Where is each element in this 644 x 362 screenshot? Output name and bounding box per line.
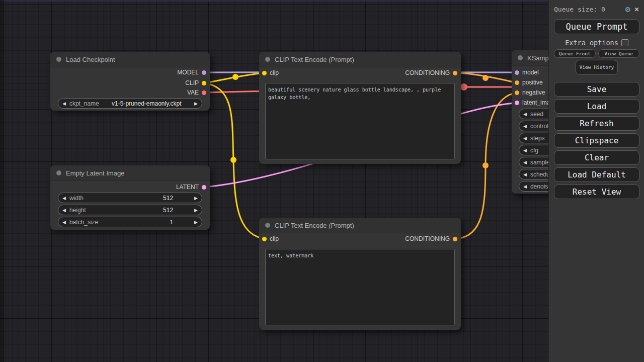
vae-port-icon[interactable] — [202, 90, 206, 95]
settings-gear-icon[interactable]: ⚙ — [625, 5, 630, 14]
height-widget[interactable]: ◀ height 512 ▶ — [58, 205, 202, 215]
node-title-bar[interactable]: CLIP Text Encode (Prompt) — [259, 52, 461, 67]
ckpt-name-widget[interactable]: ◀ ckpt_name v1-5-pruned-emaonly.ckpt ▶ — [58, 98, 202, 109]
queue-prompt-button[interactable]: Queue Prompt — [554, 19, 639, 34]
output-slot-model[interactable]: MODEL — [177, 69, 206, 76]
output-slot-latent[interactable]: LATENT — [176, 184, 206, 191]
output-slot-conditioning[interactable]: CONDITIONING — [405, 69, 457, 76]
widget-label: seed — [530, 111, 543, 118]
canvas-left-edge — [0, 0, 4, 362]
left-arrow-icon[interactable]: ◀ — [523, 184, 527, 189]
collapse-dot-icon[interactable] — [518, 55, 523, 60]
right-arrow-icon[interactable]: ▶ — [194, 208, 198, 213]
collapse-dot-icon[interactable] — [265, 223, 270, 228]
right-arrow-icon[interactable]: ▶ — [194, 196, 198, 201]
batch-size-widget[interactable]: ◀ batch_size 1 ▶ — [58, 217, 202, 227]
menu-header: Queue size: 0 ⚙ ✕ — [549, 0, 644, 14]
comfyui-app: Load Checkpoint MODEL CLIP VAE ◀ ckpt_na… — [0, 0, 644, 362]
slot-label: positive — [522, 79, 543, 86]
canvas-top-edge — [0, 0, 644, 2]
slot-label: VAE — [187, 89, 199, 96]
input-slot-clip[interactable]: clip — [262, 235, 279, 242]
left-arrow-icon[interactable]: ◀ — [523, 124, 527, 129]
extra-options-label: Extra options — [565, 39, 618, 47]
input-slot-positive[interactable]: positive — [515, 79, 543, 86]
main-menu-panel: Queue size: 0 ⚙ ✕ Queue Prompt Extra opt… — [548, 0, 644, 362]
clip-port-icon[interactable] — [202, 81, 206, 85]
load-button[interactable]: Load — [554, 99, 639, 114]
slot-label: negative — [522, 89, 545, 96]
conditioning-port-icon[interactable] — [453, 237, 457, 241]
input-slot-negative[interactable]: negative — [515, 89, 545, 96]
widget-label: width — [69, 195, 84, 202]
input-slot-clip[interactable]: clip — [262, 69, 279, 76]
queue-controls-row: Queue Front View Queue — [554, 49, 639, 58]
right-arrow-icon[interactable]: ▶ — [194, 101, 198, 106]
refresh-button[interactable]: Refresh — [554, 116, 639, 131]
left-arrow-icon[interactable]: ◀ — [62, 101, 66, 106]
left-arrow-icon[interactable]: ◀ — [523, 148, 527, 153]
node-clip-text-encode-negative[interactable]: CLIP Text Encode (Prompt) clip CONDITION… — [259, 218, 461, 330]
prompt-textarea[interactable]: text, watermark — [265, 249, 455, 325]
left-arrow-icon[interactable]: ◀ — [62, 208, 66, 213]
node-load-checkpoint[interactable]: Load Checkpoint MODEL CLIP VAE ◀ ckpt_na… — [50, 52, 210, 111]
widget-label: height — [69, 207, 86, 214]
model-port-icon[interactable] — [202, 70, 206, 75]
output-slot-clip[interactable]: CLIP — [185, 79, 206, 86]
conditioning-port-icon[interactable] — [515, 80, 519, 85]
slot-label: CONDITIONING — [405, 235, 450, 242]
node-title: Empty Latent Image — [66, 169, 124, 177]
node-title-bar[interactable]: Load Checkpoint — [50, 52, 210, 67]
clear-button[interactable]: Clear — [554, 150, 639, 165]
slot-label: CLIP — [185, 79, 199, 86]
widget-value: 512 — [163, 195, 173, 202]
slot-label: LATENT — [176, 184, 199, 191]
collapse-dot-icon[interactable] — [56, 170, 61, 175]
conditioning-port-icon[interactable] — [453, 71, 457, 75]
clip-port-icon[interactable] — [262, 237, 267, 241]
slot-label: CONDITIONING — [405, 69, 450, 76]
left-arrow-icon[interactable]: ◀ — [523, 160, 527, 165]
queue-size-label: Queue size: 0 — [554, 6, 605, 13]
node-title: CLIP Text Encode (Prompt) — [275, 222, 354, 229]
widget-value: v1-5-pruned-emaonly.ckpt — [112, 100, 182, 107]
left-arrow-icon[interactable]: ◀ — [523, 172, 527, 177]
reset-view-button[interactable]: Reset View — [554, 185, 639, 199]
close-icon[interactable]: ✕ — [634, 6, 639, 13]
left-arrow-icon[interactable]: ◀ — [523, 112, 527, 117]
node-clip-text-encode-positive[interactable]: CLIP Text Encode (Prompt) clip CONDITION… — [259, 52, 461, 164]
left-arrow-icon[interactable]: ◀ — [523, 136, 527, 141]
save-button[interactable]: Save — [554, 82, 639, 97]
latent-port-icon[interactable] — [515, 101, 519, 105]
clipspace-button[interactable]: Clipspace — [554, 133, 639, 148]
right-arrow-icon[interactable]: ▶ — [194, 220, 198, 225]
node-title-bar[interactable]: CLIP Text Encode (Prompt) — [259, 218, 461, 233]
output-slot-vae[interactable]: VAE — [187, 89, 206, 96]
queue-front-button[interactable]: Queue Front — [554, 49, 596, 58]
slot-label: model — [522, 69, 539, 76]
width-widget[interactable]: ◀ width 512 ▶ — [58, 193, 202, 203]
slot-label: clip — [270, 69, 279, 76]
conditioning-port-icon[interactable] — [515, 90, 519, 95]
left-arrow-icon[interactable]: ◀ — [62, 220, 66, 225]
widget-value: 1 — [170, 219, 173, 226]
widget-value: 512 — [163, 207, 173, 214]
node-title: CLIP Text Encode (Prompt) — [275, 56, 354, 63]
clip-port-icon[interactable] — [262, 71, 267, 75]
widget-label: cfg — [530, 147, 538, 154]
collapse-dot-icon[interactable] — [56, 57, 61, 62]
node-title: Load Checkpoint — [66, 56, 115, 63]
output-slot-conditioning[interactable]: CONDITIONING — [405, 235, 457, 242]
node-empty-latent-image[interactable]: Empty Latent Image LATENT ◀ width 512 ▶ … — [50, 165, 210, 230]
model-port-icon[interactable] — [515, 70, 519, 75]
left-arrow-icon[interactable]: ◀ — [62, 196, 66, 201]
input-slot-model[interactable]: model — [515, 69, 539, 76]
view-history-button[interactable]: View History — [576, 60, 618, 75]
prompt-textarea[interactable]: beautiful scenery nature glass bottle la… — [265, 83, 455, 159]
view-queue-button[interactable]: View Queue — [598, 49, 640, 58]
extra-options-checkbox[interactable] — [621, 39, 628, 46]
load-default-button[interactable]: Load Default — [554, 167, 639, 182]
latent-port-icon[interactable] — [202, 185, 206, 190]
collapse-dot-icon[interactable] — [265, 57, 270, 62]
node-title-bar[interactable]: Empty Latent Image — [50, 165, 210, 181]
